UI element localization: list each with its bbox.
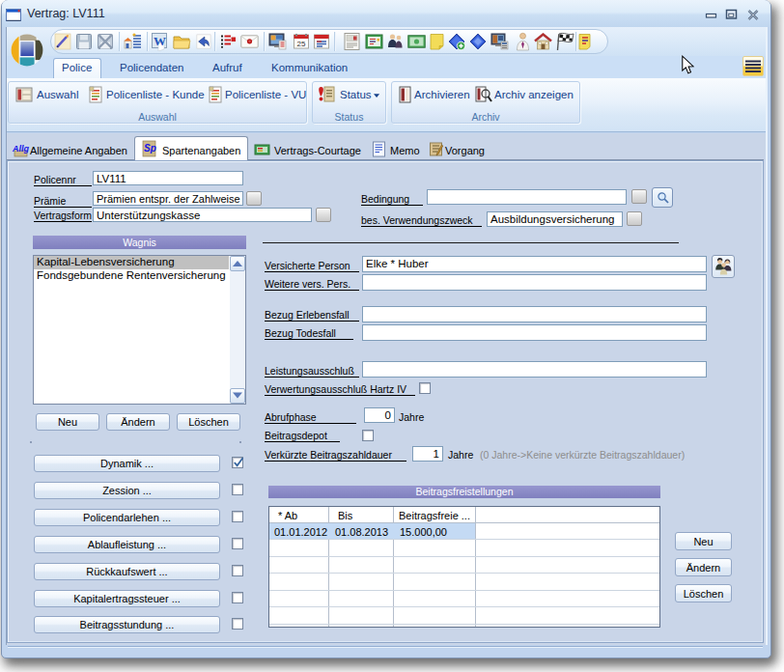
svg-text:Allg: Allg	[12, 144, 30, 154]
svg-text:W: W	[154, 34, 166, 48]
svg-text:25: 25	[297, 40, 306, 48]
svg-text:Sp: Sp	[144, 143, 156, 154]
